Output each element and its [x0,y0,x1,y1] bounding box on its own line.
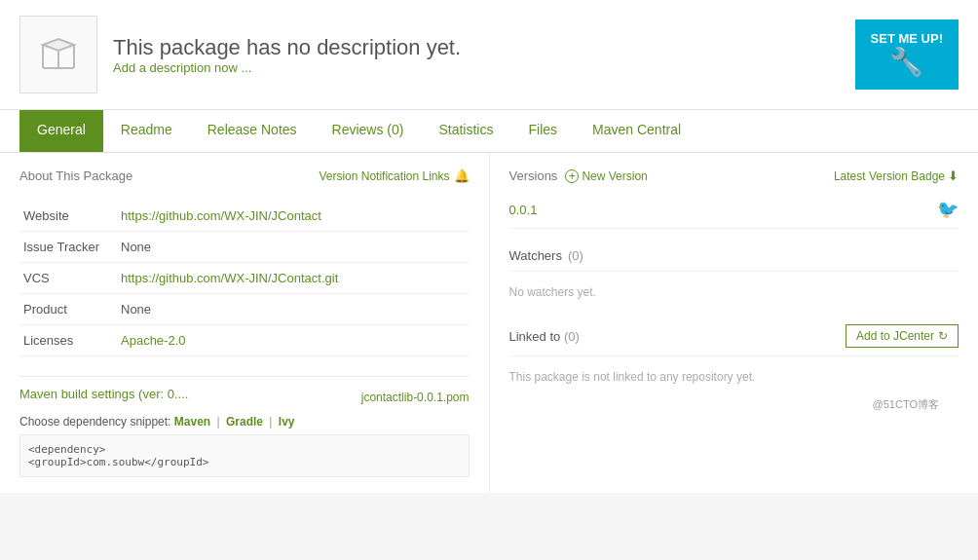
issue-value: None [117,232,470,263]
linked-section: Linked to (0) Add to JCenter ↻ This pack… [509,324,959,390]
no-watchers-text: No watchers yet. [509,280,959,305]
plus-icon: + [565,169,579,183]
table-row: VCS https://github.com/WX-JIN/JContact.g… [19,263,470,294]
snippet-label: Choose dependency snippet: Maven | Gradl… [19,415,470,429]
tab-maven-central[interactable]: Maven Central [575,110,698,152]
maven-section: Maven build settings (ver: 0.... jcontac… [19,376,470,477]
twitter-icon[interactable]: 🐦 [937,199,959,220]
watchers-title: Watchers [509,248,562,263]
package-title: This package has no description yet. [113,35,461,60]
maven-pom[interactable]: jcontactlib-0.0.1.pom [361,391,470,404]
info-table: Website https://github.com/WX-JIN/JConta… [19,201,470,356]
add-jcenter-label: Add to JCenter [856,329,934,343]
notification-links[interactable]: Version Notification Links 🔔 [319,168,469,183]
ivy-link[interactable]: Ivy [279,415,295,429]
watermark: @51CTO博客 [509,390,959,416]
versions-header: Versions + New Version Latest Version Ba… [509,168,959,183]
versions-left: Versions + New Version [509,168,648,183]
watchers-count: (0) [568,248,583,263]
table-row: Issue Tracker None [19,232,470,263]
main-content: About This Package Version Notification … [0,153,978,493]
code-line-2: <groupId>com.soubw</groupId> [28,456,461,468]
no-linked-text: This package is not linked to any reposi… [509,364,959,390]
gradle-link[interactable]: Gradle [226,415,263,429]
page-header: This package has no description yet. Add… [0,0,978,110]
add-description-link[interactable]: Add a description now ... [113,60,251,75]
vcs-label: VCS [19,263,117,294]
table-row: Licenses Apache-2.0 [19,325,470,356]
version-item: 0.0.1 🐦 [509,191,959,229]
product-value: None [117,294,470,325]
wrench-icon: 🔧 [871,46,943,78]
version-number[interactable]: 0.0.1 [509,203,538,217]
linked-header: Linked to (0) Add to JCenter ↻ [509,324,959,356]
badge-link[interactable]: Latest Version Badge ⬇ [834,168,959,183]
tab-statistics[interactable]: Statistics [421,110,510,152]
code-line-1: <dependency> [28,443,461,456]
package-info: This package has no description yet. Add… [19,16,461,93]
licenses-label: Licenses [19,325,117,356]
table-row: Website https://github.com/WX-JIN/JConta… [19,201,470,232]
licenses-value: Apache-2.0 [117,325,470,356]
package-icon [19,16,97,93]
license-link[interactable]: Apache-2.0 [121,333,186,348]
bell-icon: 🔔 [454,168,470,183]
website-value: https://github.com/WX-JIN/JContact [117,201,470,232]
nav-tabs: General Readme Release Notes Reviews (0)… [0,110,978,153]
tab-reviews[interactable]: Reviews (0) [315,110,422,152]
notification-links-label: Version Notification Links [319,169,449,183]
left-panel: About This Package Version Notification … [0,153,490,493]
versions-title: Versions [509,168,558,183]
new-version-link[interactable]: + New Version [565,169,647,183]
jcenter-icon: ↻ [938,329,948,343]
vcs-link[interactable]: https://github.com/WX-JIN/JContact.git [121,271,338,285]
watchers-header: Watchers (0) [509,248,959,272]
set-me-up-label: SET ME UP! [871,31,943,46]
download-icon: ⬇ [948,168,959,183]
linked-title: Linked to (0) [509,329,580,344]
tab-release-notes[interactable]: Release Notes [190,110,315,152]
about-header: About This Package Version Notification … [19,168,470,189]
about-title: About This Package [19,168,132,183]
set-me-up-button[interactable]: SET ME UP! 🔧 [855,19,959,90]
add-jcenter-button[interactable]: Add to JCenter ↻ [846,324,959,348]
table-row: Product None [19,294,470,325]
watchers-section: Watchers (0) No watchers yet. [509,248,959,305]
website-link[interactable]: https://github.com/WX-JIN/JContact [121,208,321,223]
website-label: Website [19,201,117,232]
new-version-label: New Version [582,169,647,183]
tab-readme[interactable]: Readme [103,110,190,152]
product-label: Product [19,294,117,325]
vcs-value: https://github.com/WX-JIN/JContact.git [117,263,470,294]
maven-title: Maven build settings (ver: 0.... [19,387,188,401]
package-text: This package has no description yet. Add… [113,35,461,75]
svg-marker-1 [43,39,74,51]
tab-files[interactable]: Files [510,110,575,152]
right-panel: Versions + New Version Latest Version Ba… [490,153,979,493]
maven-link[interactable]: Maven [174,415,210,429]
badge-label: Latest Version Badge [834,169,945,183]
code-block: <dependency> <groupId>com.soubw</groupId… [19,434,470,477]
issue-label: Issue Tracker [19,232,117,263]
maven-header: Maven build settings (ver: 0.... jcontac… [19,387,470,407]
tab-general[interactable]: General [19,110,103,152]
